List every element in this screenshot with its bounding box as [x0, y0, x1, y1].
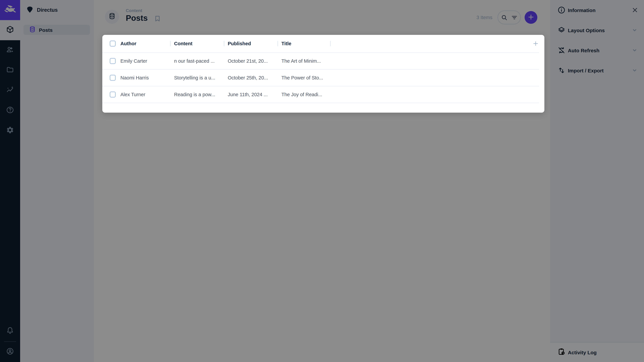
cell-content: Storytelling is a u...: [170, 75, 224, 80]
column-header-content[interactable]: Content: [170, 41, 224, 46]
row-checkbox[interactable]: [110, 91, 116, 97]
row-checkbox[interactable]: [110, 75, 116, 81]
cell-content: n our fast-paced ...: [170, 58, 224, 64]
select-all-checkbox[interactable]: [110, 40, 116, 46]
table-row[interactable]: Naomi Harris Storytelling is a u... Octo…: [102, 70, 539, 86]
cell-content: Reading is a pow...: [170, 92, 224, 97]
column-header-title[interactable]: Title: [278, 41, 331, 46]
add-column-cell: [331, 40, 539, 47]
row-select-cell: [102, 58, 120, 64]
row-select-cell: [102, 91, 120, 97]
items-table: Author Content Published Title Emily Car…: [102, 35, 544, 113]
table-footer: [102, 103, 539, 113]
table-header-row: Author Content Published Title: [102, 35, 539, 53]
cell-published: October 25th, 20...: [224, 75, 278, 80]
add-column-icon[interactable]: [532, 40, 539, 47]
row-select-cell: [102, 75, 120, 81]
cell-published: June 11th, 2024 ...: [224, 92, 278, 97]
cell-title: The Art of Minim...: [278, 58, 331, 64]
select-all-cell: [102, 40, 120, 46]
cell-title: The Joy of Readi...: [278, 92, 331, 97]
table-row[interactable]: Alex Turner Reading is a pow... June 11t…: [102, 86, 539, 103]
directus-app: Directus Posts: [0, 0, 644, 362]
cell-author: Naomi Harris: [120, 75, 170, 80]
cell-author: Alex Turner: [120, 92, 170, 97]
row-checkbox[interactable]: [110, 58, 116, 64]
column-header-published[interactable]: Published: [224, 41, 278, 46]
cell-published: October 21st, 20...: [224, 58, 278, 64]
cell-title: The Power of Sto...: [278, 75, 331, 80]
cell-author: Emily Carter: [120, 58, 170, 64]
table-row[interactable]: Emily Carter n our fast-paced ... Octobe…: [102, 53, 539, 70]
column-header-author[interactable]: Author: [120, 41, 170, 46]
